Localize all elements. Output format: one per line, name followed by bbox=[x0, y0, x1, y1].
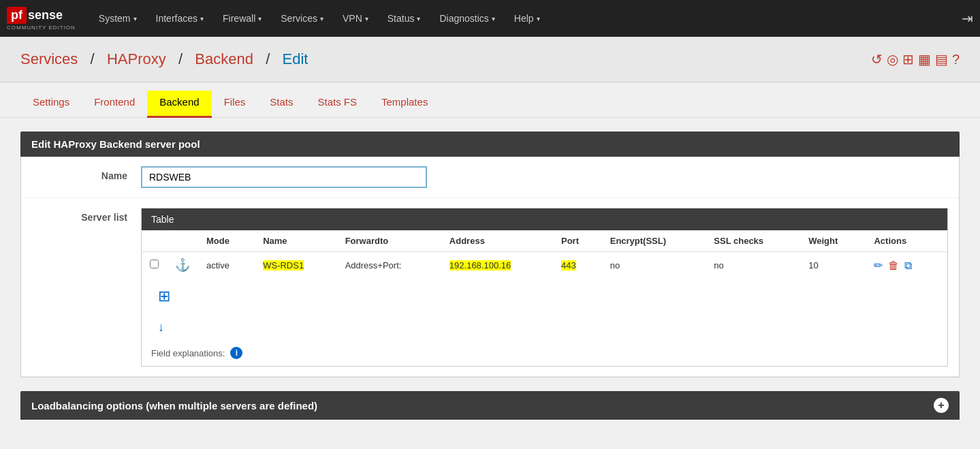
tab-backend[interactable]: Backend bbox=[147, 91, 211, 118]
nav-item-status[interactable]: Status ▾ bbox=[378, 0, 430, 37]
add-row-cell: ⊞ bbox=[142, 278, 947, 315]
col-mode: Mode bbox=[198, 230, 255, 252]
edit-icon[interactable]: ✏ bbox=[874, 260, 883, 271]
target-icon[interactable]: ◎ bbox=[887, 51, 898, 67]
table-row: ⚓ active WS-RDS1 Address+Port: 192.168.1… bbox=[142, 252, 947, 279]
breadcrumb: Services / HAProxy / Backend / Edit bbox=[20, 50, 308, 68]
row-checkbox[interactable] bbox=[150, 260, 159, 268]
breadcrumb-haproxy[interactable]: HAProxy bbox=[107, 50, 166, 67]
logo-sense: sense bbox=[28, 8, 63, 22]
row-encrypt-ssl: no bbox=[602, 252, 706, 279]
anchor-icon: ⚓ bbox=[175, 258, 190, 272]
info-icon[interactable]: i bbox=[230, 347, 242, 359]
row-address-value: 192.168.100.16 bbox=[449, 260, 511, 270]
tab-frontend[interactable]: Frontend bbox=[82, 91, 147, 118]
logout-icon[interactable]: ⇥ bbox=[962, 10, 973, 27]
row-name: WS-RDS1 bbox=[255, 252, 336, 279]
breadcrumb-sep-1: / bbox=[86, 50, 98, 67]
col-forwardto: Forwardto bbox=[337, 230, 441, 252]
row-port-value: 443 bbox=[561, 260, 576, 270]
nav-item-diagnostics[interactable]: Diagnostics ▾ bbox=[430, 0, 504, 37]
row-forwardto: Address+Port: bbox=[337, 252, 441, 279]
tab-settings[interactable]: Settings bbox=[20, 91, 82, 118]
logo-pf: pf bbox=[7, 7, 27, 24]
logo-edition: COMMUNITY EDITION bbox=[7, 25, 76, 31]
nav-item-vpn[interactable]: VPN ▾ bbox=[333, 0, 378, 37]
nav-item-help[interactable]: Help ▾ bbox=[505, 0, 550, 37]
tab-templates[interactable]: Templates bbox=[369, 91, 440, 118]
brand-logo: pf sense COMMUNITY EDITION bbox=[7, 7, 76, 31]
row-ssl-checks: no bbox=[706, 252, 800, 279]
add-row: ⊞ bbox=[142, 278, 947, 315]
loadbalancing-header: Loadbalancing options (when multiple ser… bbox=[20, 391, 960, 420]
col-actions: Actions bbox=[866, 230, 947, 252]
name-input[interactable] bbox=[141, 166, 427, 188]
breadcrumb-backend[interactable]: Backend bbox=[195, 50, 253, 67]
col-anchor bbox=[167, 230, 198, 252]
row-mode: active bbox=[198, 252, 255, 279]
server-list-container: Table Mode Name Forwardto Address bbox=[141, 208, 948, 367]
field-explanations: Field explanations: i bbox=[142, 340, 947, 366]
tab-stats-fs[interactable]: Stats FS bbox=[305, 91, 369, 118]
name-row: Name bbox=[21, 157, 959, 198]
loadbalancing-title: Loadbalancing options (when multiple ser… bbox=[31, 400, 317, 412]
help-icon[interactable]: ? bbox=[952, 52, 960, 67]
row-checkbox-cell bbox=[142, 252, 167, 279]
down-arrow-icon[interactable]: ↓ bbox=[150, 318, 172, 337]
form-table: Name Server list Table bbox=[20, 157, 960, 377]
list-icon[interactable]: ▤ bbox=[935, 51, 948, 67]
col-ssl-checks: SSL checks bbox=[706, 230, 800, 252]
add-server-button[interactable]: ⊞ bbox=[150, 283, 178, 309]
breadcrumb-edit: Edit bbox=[283, 50, 309, 67]
row-actions: ✏ 🗑 ⧉ bbox=[866, 252, 947, 279]
navbar: pf sense COMMUNITY EDITION System ▾ Inte… bbox=[0, 0, 980, 37]
tab-stats[interactable]: Stats bbox=[257, 91, 305, 118]
settings-icon[interactable]: ⊞ bbox=[902, 51, 914, 67]
col-port: Port bbox=[553, 230, 602, 252]
chevron-down-icon: ▾ bbox=[365, 15, 368, 22]
row-address: 192.168.100.16 bbox=[441, 252, 553, 279]
col-address: Address bbox=[441, 230, 553, 252]
chevron-down-icon: ▾ bbox=[537, 15, 540, 22]
nav-item-interfaces[interactable]: Interfaces ▾ bbox=[146, 0, 213, 37]
row-anchor-cell: ⚓ bbox=[167, 252, 198, 279]
tab-nav: Settings Frontend Backend Files Stats St… bbox=[0, 82, 980, 118]
row-weight: 10 bbox=[800, 252, 866, 279]
server-list-field: Table Mode Name Forwardto Address bbox=[141, 208, 948, 367]
server-list-row: Server list Table Mode bbox=[21, 198, 959, 377]
breadcrumb-services[interactable]: Services bbox=[20, 50, 78, 67]
name-label: Name bbox=[32, 166, 141, 181]
down-arrow-container: ↓ bbox=[142, 315, 947, 340]
name-field bbox=[141, 166, 948, 188]
server-list-label: Server list bbox=[32, 208, 141, 223]
loadbalancing-expand-button[interactable]: + bbox=[934, 398, 949, 413]
chevron-down-icon: ▾ bbox=[200, 15, 204, 22]
row-port: 443 bbox=[553, 252, 602, 279]
header-icons: ↺ ◎ ⊞ ▦ ▤ ? bbox=[871, 51, 960, 67]
col-weight: Weight bbox=[800, 230, 866, 252]
table-header-row: Mode Name Forwardto Address Port Encrypt… bbox=[142, 230, 947, 252]
nav-item-services[interactable]: Services ▾ bbox=[271, 0, 333, 37]
chevron-down-icon: ▾ bbox=[492, 15, 495, 22]
col-name: Name bbox=[255, 230, 336, 252]
reload-icon[interactable]: ↺ bbox=[871, 51, 883, 67]
tab-files[interactable]: Files bbox=[212, 91, 258, 118]
chevron-down-icon: ▾ bbox=[133, 15, 137, 22]
section-header: Edit HAProxy Backend server pool bbox=[20, 131, 960, 157]
copy-icon[interactable]: ⧉ bbox=[904, 260, 912, 271]
server-table-header: Table bbox=[142, 208, 947, 230]
nav-items: System ▾ Interfaces ▾ Firewall ▾ Service… bbox=[89, 0, 962, 37]
chart-icon[interactable]: ▦ bbox=[918, 51, 931, 67]
delete-icon[interactable]: 🗑 bbox=[888, 260, 899, 271]
row-name-value: WS-RDS1 bbox=[263, 260, 304, 270]
field-explanations-label: Field explanations: bbox=[151, 348, 225, 358]
main-content: Edit HAProxy Backend server pool Name Se… bbox=[0, 118, 980, 433]
nav-item-firewall[interactable]: Firewall ▾ bbox=[213, 0, 271, 37]
chevron-down-icon: ▾ bbox=[258, 15, 262, 22]
col-encrypt-ssl: Encrypt(SSL) bbox=[602, 230, 706, 252]
chevron-down-icon: ▾ bbox=[320, 15, 323, 22]
page-header: Services / HAProxy / Backend / Edit ↺ ◎ … bbox=[0, 37, 980, 82]
nav-item-system[interactable]: System ▾ bbox=[89, 0, 146, 37]
chevron-down-icon: ▾ bbox=[417, 15, 420, 22]
breadcrumb-sep-2: / bbox=[174, 50, 187, 67]
